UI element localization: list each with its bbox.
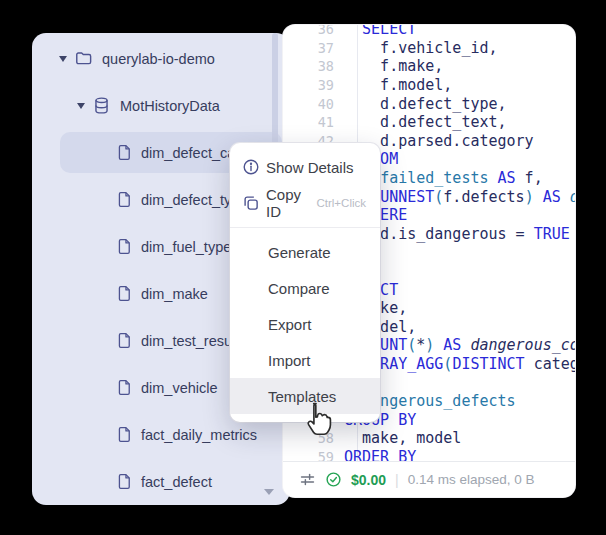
file-icon [116,332,132,349]
menu-item-label: Export [268,316,311,333]
code-line-text: d.defect_type, [344,95,507,113]
tree-item-mothistorydata[interactable]: MotHistoryData [32,82,290,129]
menu-item-show-details[interactable]: Show Details [230,149,380,185]
menu-item-label: Show Details [266,159,354,176]
menu-item-templates[interactable]: Templates [230,378,380,414]
menu-item-import[interactable]: Import [230,342,380,378]
menu-item-generate[interactable]: Generate [230,234,380,270]
status-separator: | [395,472,399,488]
folder-icon [74,49,93,68]
code-line-39: 39 f.model, [283,76,575,95]
file-icon [116,238,132,255]
menu-item-label: Import [268,352,311,369]
code-line-text: f.make, [344,57,443,75]
code-line-58: 58 make, model [283,429,575,448]
menu-item-label: Compare [268,280,330,297]
tree-item-label: fact_daily_metrics [141,427,257,443]
scroll-more-down-icon[interactable] [264,489,274,495]
tree-item-label: dim_make [141,286,208,302]
tree-item-label: dim_fuel_type [141,239,231,255]
query-cost: $0.00 [351,472,386,488]
menu-item-shortcut: Ctrl+Click [316,197,366,209]
menu-item-compare[interactable]: Compare [230,270,380,306]
database-icon [92,96,111,115]
tree-item-querylab-io-demo[interactable]: querylab-io-demo [32,35,290,82]
code-line-text: SELECT [344,25,416,38]
line-number: 37 [283,40,334,56]
line-number: 39 [283,77,334,93]
tree-item-label: fact_defect [141,474,212,490]
code-line-text: d.defect_text, [344,113,507,131]
query-elapsed-bytes: 0.14 ms elapsed, 0 B [408,472,535,487]
editor-status-bar: $0.00 | 0.14 ms elapsed, 0 B [283,461,575,497]
code-line-text: make, model [344,429,461,447]
tree-item-label: querylab-io-demo [102,51,215,67]
line-number: 58 [283,430,334,446]
menu-item-label: Templates [268,388,336,405]
code-line-41: 41 d.defect_text, [283,113,575,132]
menu-divider [230,227,380,228]
code-line-38: 38 f.make, [283,57,575,76]
line-number: 40 [283,96,334,112]
code-line-37: 37 f.vehicle_id, [283,39,575,58]
menu-item-label: Copy ID [266,186,316,220]
info-icon [242,158,264,176]
file-icon [116,426,132,443]
context-menu: Show DetailsCopy IDCtrl+ClickGenerateCom… [230,143,380,422]
menu-item-export[interactable]: Export [230,306,380,342]
code-line-40: 40 d.defect_type, [283,94,575,113]
menu-item-copy-id[interactable]: Copy IDCtrl+Click [230,185,380,221]
caret-down-icon[interactable] [56,56,70,62]
file-icon [116,473,132,490]
menu-item-label: Generate [268,244,331,261]
caret-down-icon[interactable] [74,103,88,109]
file-icon [116,285,132,302]
code-line-text: f.vehicle_id, [344,39,498,57]
code-line-36: 36 SELECT [283,25,575,39]
code-line-text: f.model, [344,76,452,94]
tree-item-label: dim_vehicle [141,380,218,396]
tree-item-label: dim_test_result [141,333,239,349]
file-icon [116,379,132,396]
app-canvas: querylab-io-demoMotHistoryDatadim_defect… [0,0,606,535]
tree-item-label: MotHistoryData [120,98,220,114]
line-number: 36 [283,25,334,37]
file-icon [116,144,132,161]
line-number: 38 [283,58,334,74]
line-number: 41 [283,114,334,130]
query-valid-check-icon [325,471,342,488]
copy-icon [242,194,264,212]
file-icon [116,191,132,208]
tree-item-fact-defect[interactable]: fact_defect [32,458,290,505]
query-settings-icon[interactable] [299,471,316,488]
